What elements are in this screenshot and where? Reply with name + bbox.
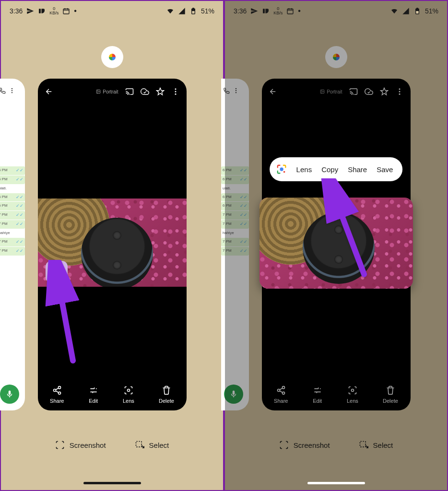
chat-row: 6 PM✓✓ [221,202,249,210]
svg-point-12 [175,94,176,95]
select-button[interactable]: Select [359,440,393,450]
recents-footer: Screenshot Select [1,440,223,450]
cloud-check-icon[interactable] [141,87,149,96]
delete-button[interactable]: Delete [383,386,398,404]
svg-rect-21 [287,9,293,14]
svg-point-35 [282,392,284,394]
svg-rect-19 [136,442,141,447]
screenshot-button[interactable]: Screenshot [55,440,106,450]
phone-icon [0,87,6,95]
star-icon[interactable] [156,87,165,96]
status-bar: 3:36 0 KB/s • 51% [1,1,223,21]
send-icon [250,7,258,15]
status-time: 3:36 [234,7,247,15]
mic-icon [229,390,238,398]
chat-row: 6 PM✓✓ [0,193,25,202]
network-speed: 0 KB/s [49,7,59,15]
share-icon [52,386,62,395]
google-photos-icon [330,50,343,64]
chat-row: 6 PM✓✓ [221,193,249,202]
chat-row: 6 PM✓✓ [0,202,25,210]
mic-icon [5,390,14,398]
svg-rect-1 [63,9,69,14]
edit-icon [313,386,322,395]
more-vert-icon[interactable] [233,87,239,95]
edit-button[interactable]: Edit [313,386,322,404]
svg-point-30 [399,88,400,90]
photo-viewer-topbar: Portrait [38,79,187,101]
select-button[interactable]: Select [135,440,169,450]
popup-save-button[interactable]: Save [377,165,393,174]
screenshot-button[interactable]: Screenshot [279,440,330,450]
svg-point-15 [58,386,60,389]
prev-app-card[interactable]: 6 PM✓✓ 6 PM✓✓ ulati. 6 PM✓✓ 6 PM✓✓ 7 PM✓… [0,79,25,410]
nav-pill[interactable] [307,482,365,484]
signal-icon [178,7,186,15]
send-icon [26,7,34,15]
screenshot-icon [55,440,65,450]
popup-share-button[interactable]: Share [348,165,367,174]
svg-point-5 [12,88,12,89]
wifi-icon [390,7,398,15]
svg-rect-23 [416,8,418,9]
chat-row: 7 PM✓✓ [221,238,249,246]
svg-point-17 [58,392,60,394]
image-action-popup: Lens Copy Share Save [270,157,403,181]
chat-row: 7 PM✓✓ [0,220,25,229]
select-icon [135,440,144,450]
app-icon-google-photos[interactable] [325,46,347,68]
popup-copy-button[interactable]: Copy [321,165,338,174]
svg-point-27 [236,92,236,93]
google-photos-icon [106,50,119,64]
svg-rect-0 [39,9,41,13]
annotation-arrow [44,260,87,367]
back-icon[interactable] [269,87,277,96]
network-speed: 0 KB/s [273,7,283,15]
svg-point-18 [127,389,130,392]
cloud-check-icon[interactable] [365,87,373,96]
voice-message-button[interactable] [224,385,243,404]
chat-row: 7 PM✓✓ [0,247,25,256]
battery-icon [413,7,421,15]
svg-point-34 [277,389,280,392]
lens-icon [124,386,133,395]
phone-icon [223,87,230,95]
share-button[interactable]: Share [274,386,288,404]
cast-icon[interactable] [125,87,134,96]
popup-lens-button[interactable]: Lens [296,165,312,174]
chat-row: ulati. [221,185,249,193]
nav-pill[interactable] [83,482,141,484]
cast-icon[interactable] [349,87,358,96]
lens-button[interactable]: Lens [347,386,358,404]
share-button[interactable]: Share [50,386,64,404]
lens-icon [348,386,357,395]
calendar-icon [286,7,294,15]
svg-rect-4 [192,11,194,13]
prev-app-card[interactable]: 6 PM✓✓ 6 PM✓✓ ulati. 6 PM✓✓ 6 PM✓✓ 7 PM✓… [221,79,249,410]
svg-point-11 [175,91,176,93]
select-icon [359,440,368,450]
app-icon-google-photos[interactable] [101,46,123,68]
chat-row: 6 PM✓✓ [221,175,249,184]
more-vert-icon[interactable] [171,87,180,96]
chat-row: 7 PM✓✓ [0,238,25,246]
svg-point-10 [175,88,176,90]
chat-row: 6 PM✓✓ [221,166,249,175]
back-icon[interactable] [45,87,53,96]
signal-icon [402,7,410,15]
battery-percent: 51% [201,7,214,15]
star-icon[interactable] [380,87,389,96]
more-vert-icon[interactable] [9,87,15,95]
lens-button[interactable]: Lens [123,386,134,404]
battery-icon [189,7,197,15]
chat-row: 6 PM✓✓ [0,175,25,184]
chat-row: 7 PM✓✓ [221,220,249,229]
chat-row: 7 PM✓✓ [221,211,249,220]
delete-button[interactable]: Delete [159,386,174,404]
voice-message-button[interactable] [0,385,19,404]
svg-point-7 [12,92,12,93]
chat-row: ulati. [0,185,25,193]
edit-icon [89,386,98,395]
more-vert-icon[interactable] [395,87,404,96]
edit-button[interactable]: Edit [89,386,98,404]
